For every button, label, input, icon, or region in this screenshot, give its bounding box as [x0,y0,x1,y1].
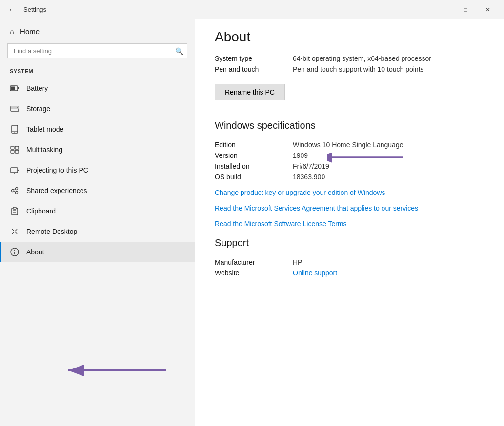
pen-touch-label: Pen and touch [215,65,293,73]
remote-desktop-icon [10,227,20,236]
sidebar-about-label: About [26,248,44,256]
sidebar-item-multitasking[interactable]: Multitasking [0,139,195,160]
svg-point-8 [14,132,15,133]
back-button[interactable]: ← [5,2,20,17]
installed-value: Fri/6/7/2019 [293,162,329,170]
website-row: Website Online support [215,269,484,277]
sidebar: ⌂ Home 🔍 System Battery [0,19,195,426]
sidebar-item-home[interactable]: ⌂ Home [0,19,195,43]
change-product-key-link[interactable]: Change product key or upgrade your editi… [215,189,484,196]
sidebar-item-storage[interactable]: Storage [0,98,195,119]
sidebar-item-tablet-mode[interactable]: Tablet mode [0,119,195,139]
website-label: Website [215,269,293,277]
svg-rect-2 [11,87,15,90]
svg-line-28 [15,229,17,231]
about-icon [10,247,20,257]
sidebar-remote-label: Remote Desktop [26,228,77,235]
svg-line-20 [14,189,15,190]
sidebar-item-remote-desktop[interactable]: Remote Desktop [0,221,195,242]
installed-row: Installed on Fri/6/7/2019 [215,162,484,170]
home-label: Home [20,27,40,36]
tablet-icon [10,124,20,134]
os-build-row: OS build 18363.900 [215,173,484,181]
content-wrapper: About System type 64-bit operating syste… [215,29,484,277]
window-controls: — □ ✕ [432,0,499,19]
search-input[interactable] [7,43,187,58]
svg-marker-16 [18,169,19,171]
sidebar-item-projecting[interactable]: Projecting to this PC [0,160,195,180]
shared-experiences-icon [10,186,20,195]
system-type-row: System type 64-bit operating system, x64… [215,55,484,62]
page-title: About [215,29,484,45]
links-section: Change product key or upgrade your editi… [215,189,484,228]
support-heading: Support [215,237,484,249]
edition-row: Edition Windows 10 Home Single Language [215,141,484,149]
close-button[interactable]: ✕ [477,0,499,19]
main-layout: ⌂ Home 🔍 System Battery [0,19,504,426]
minimize-button[interactable]: — [432,0,454,19]
svg-point-5 [17,107,18,108]
windows-specs-heading: Windows specifications [215,120,484,131]
battery-icon [10,83,20,93]
storage-icon [10,104,20,114]
sidebar-projecting-label: Projecting to this PC [26,166,88,174]
pen-touch-row: Pen and touch Pen and touch support with… [215,65,484,73]
titlebar: ← Settings — □ ✕ [0,0,504,19]
os-build-value: 18363.900 [293,173,325,181]
system-type-label: System type [215,55,293,62]
home-icon: ⌂ [10,27,14,36]
manufacturer-value: HP [293,258,302,266]
installed-label: Installed on [215,162,293,170]
ms-license-terms-link[interactable]: Read the Microsoft Software License Term… [215,220,484,228]
sidebar-item-shared-experiences[interactable]: Shared experiences [0,180,195,201]
search-container: 🔍 [7,43,187,58]
search-icon[interactable]: 🔍 [175,47,183,55]
svg-rect-11 [11,150,14,153]
edition-label: Edition [215,141,293,149]
sidebar-item-battery[interactable]: Battery [0,78,195,98]
rename-pc-button[interactable]: Rename this PC [215,84,285,100]
svg-point-32 [14,250,15,251]
svg-line-26 [12,229,14,231]
ms-services-agreement-link[interactable]: Read the Microsoft Services Agreement th… [215,204,484,212]
online-support-link[interactable]: Online support [293,269,337,277]
version-row: Version 1909 [215,152,484,159]
svg-line-29 [12,232,14,234]
content-area: About System type 64-bit operating syste… [195,19,504,426]
svg-rect-12 [15,150,19,153]
svg-line-21 [14,191,15,192]
version-value: 1909 [293,152,308,159]
app-title: Settings [23,6,46,13]
system-type-value: 64-bit operating system, x64-based proce… [293,55,431,62]
svg-rect-9 [11,146,14,149]
edition-value: Windows 10 Home Single Language [293,141,403,149]
version-label: Version [215,152,293,159]
manufacturer-label: Manufacturer [215,258,293,266]
svg-point-18 [16,188,18,190]
pen-touch-value: Pen and touch support with 10 touch poin… [293,65,424,73]
multitasking-icon [10,145,20,155]
sidebar-storage-label: Storage [26,105,50,113]
sidebar-tablet-label: Tablet mode [26,125,63,133]
sidebar-section-title: System [0,66,195,78]
svg-line-27 [15,232,17,234]
manufacturer-row: Manufacturer HP [215,258,484,266]
svg-point-19 [16,192,18,194]
svg-rect-23 [13,207,16,209]
sidebar-clipboard-label: Clipboard [26,207,56,215]
svg-rect-13 [11,168,18,173]
clipboard-icon [10,206,20,216]
support-section: Support Manufacturer HP Website Online s… [215,237,484,277]
sidebar-item-clipboard[interactable]: Clipboard [0,201,195,221]
os-build-label: OS build [215,173,293,181]
maximize-button[interactable]: □ [454,0,477,19]
sidebar-shared-label: Shared experiences [26,187,87,194]
svg-rect-10 [15,146,19,149]
svg-rect-1 [18,87,19,89]
svg-point-17 [12,190,14,192]
sidebar-multitasking-label: Multitasking [26,146,62,154]
projecting-icon [10,165,20,175]
sidebar-item-about[interactable]: About [0,242,195,262]
sidebar-battery-label: Battery [26,84,48,92]
